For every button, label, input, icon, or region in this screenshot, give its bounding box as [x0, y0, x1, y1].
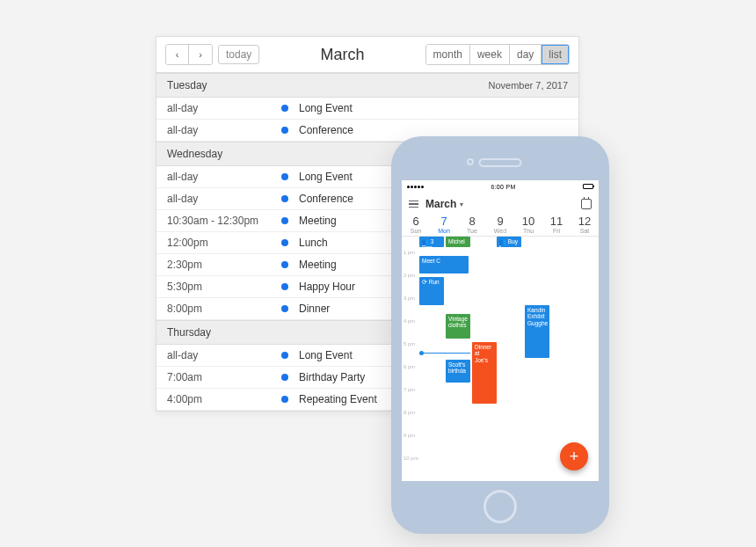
event-block[interactable]: 👥 3 Rep [419, 237, 444, 247]
signal-icon [407, 186, 424, 188]
day-number: 9 [486, 215, 514, 228]
camera-icon [467, 158, 474, 165]
day-label: Wed [486, 228, 514, 234]
event-time: all-day [167, 349, 281, 361]
event-time: 7:00am [167, 371, 281, 383]
event-block[interactable]: Dinner at Joe's [472, 342, 497, 404]
event-block[interactable]: Michel [446, 237, 470, 247]
event-dot-icon [281, 261, 288, 268]
day-col[interactable]: 7 Mon [430, 215, 458, 234]
hour-label: 10 pm [403, 456, 418, 461]
menu-icon[interactable] [409, 201, 418, 208]
day-col[interactable]: 8 Tue [458, 215, 486, 234]
day-date: November 7, 2017 [489, 80, 569, 91]
event-dot-icon [281, 239, 288, 246]
day-label: Sun [402, 228, 430, 234]
day-label: Sat [571, 228, 599, 234]
event-block[interactable]: ⟳ Run [419, 277, 444, 305]
hour-label: 2 pm [403, 273, 415, 278]
status-bar: 6:00 PM [402, 180, 599, 193]
event-time: 2:30pm [167, 259, 281, 271]
event-title: Birthday Party [299, 371, 365, 383]
day-col[interactable]: 11 Fri [542, 215, 571, 234]
home-button[interactable] [483, 490, 517, 523]
hour-label: 1 pm [403, 250, 415, 255]
hour-label: 9 pm [403, 433, 415, 438]
event-title: Repeating Event [299, 393, 377, 405]
prev-button[interactable]: ‹ [166, 45, 189, 64]
event-dot-icon [281, 173, 288, 180]
view-day-button[interactable]: day [510, 45, 542, 64]
calendar-toolbar: ‹ › today March month week day list [156, 37, 578, 73]
day-number: 10 [514, 215, 542, 228]
view-list-button[interactable]: list [542, 45, 569, 64]
event-dot-icon [281, 374, 288, 381]
event-time: 8:00pm [167, 303, 281, 315]
chevron-right-icon: › [199, 49, 202, 60]
day-number: 11 [542, 215, 571, 228]
next-button[interactable]: › [189, 45, 212, 64]
event-title: Happy Hour [299, 281, 355, 293]
chevron-down-icon[interactable]: ▾ [460, 201, 463, 208]
event-title: Meeting [299, 259, 337, 271]
event-title: Long Event [299, 102, 353, 114]
hour-label: 8 pm [403, 410, 415, 415]
event-time: 4:00pm [167, 393, 281, 405]
event-block[interactable]: Kandin Exhibit Gugghe [525, 305, 549, 358]
app-title[interactable]: March [425, 198, 456, 210]
timeline[interactable]: 1 pm 2 pm 3 pm 4 pm 5 pm 6 pm 7 pm 8 pm … [402, 237, 599, 465]
day-col[interactable]: 6 Sun [402, 215, 430, 234]
day-label: Tue [458, 228, 486, 234]
week-strip: 6 Sun 7 Mon 8 Tue 9 Wed 10 Thu 11 Fri [402, 214, 599, 237]
event-block[interactable]: Vintage clothes [446, 314, 470, 339]
event-time: all-day [167, 193, 281, 205]
event-block[interactable]: Scott's birthda [446, 360, 470, 383]
day-col[interactable]: 10 Thu [514, 215, 542, 234]
event-time: all-day [167, 171, 281, 183]
nav-group: ‹ › [165, 44, 213, 65]
event-title: Lunch [299, 237, 328, 249]
view-week-button[interactable]: week [470, 45, 510, 64]
event-title: Meeting [299, 215, 337, 227]
event-time: 5:30pm [167, 281, 281, 293]
today-button[interactable]: today [218, 45, 259, 64]
event-dot-icon [281, 127, 288, 134]
day-number: 8 [458, 215, 486, 228]
event-title: Conference [299, 193, 353, 205]
hour-label: 4 pm [403, 318, 415, 324]
event-title: Conference [299, 124, 353, 136]
view-switcher: month week day list [425, 44, 570, 65]
day-number: 12 [571, 215, 599, 228]
day-of-week: Thursday [167, 326, 211, 339]
day-number: 7 [430, 215, 458, 228]
hour-label: 7 pm [403, 387, 415, 392]
day-header: Tuesday November 7, 2017 [156, 73, 578, 98]
phone-screen: 6:00 PM March ▾ 6 Sun 7 Mon 8 Tue [402, 180, 599, 481]
day-label: Fri [542, 228, 571, 234]
event-row[interactable]: all-day Long Event [156, 98, 578, 120]
event-dot-icon [281, 217, 288, 224]
day-of-week: Tuesday [167, 79, 207, 91]
event-dot-icon [281, 396, 288, 403]
view-month-button[interactable]: month [426, 45, 470, 64]
event-dot-icon [281, 305, 288, 312]
calendar-icon[interactable] [581, 199, 592, 209]
event-block[interactable]: Meet C [419, 256, 469, 274]
now-indicator [422, 353, 470, 354]
event-block[interactable]: 👥 Buy t [497, 237, 521, 247]
add-event-button[interactable]: + [560, 442, 588, 470]
day-label: Mon [430, 228, 458, 234]
day-label: Thu [514, 228, 542, 234]
event-title: Dinner [299, 303, 330, 315]
phone-mockup: 6:00 PM March ▾ 6 Sun 7 Mon 8 Tue [391, 136, 609, 534]
event-time: 10:30am - 12:30pm [167, 215, 281, 227]
event-dot-icon [281, 105, 288, 112]
hour-label: 5 pm [403, 341, 415, 346]
event-dot-icon [281, 283, 288, 290]
day-number: 6 [402, 215, 430, 228]
day-of-week: Wednesday [167, 148, 222, 160]
day-col[interactable]: 12 Sat [571, 215, 599, 234]
event-title: Long Event [299, 349, 353, 361]
day-col[interactable]: 9 Wed [486, 215, 514, 234]
event-time: all-day [167, 124, 281, 136]
